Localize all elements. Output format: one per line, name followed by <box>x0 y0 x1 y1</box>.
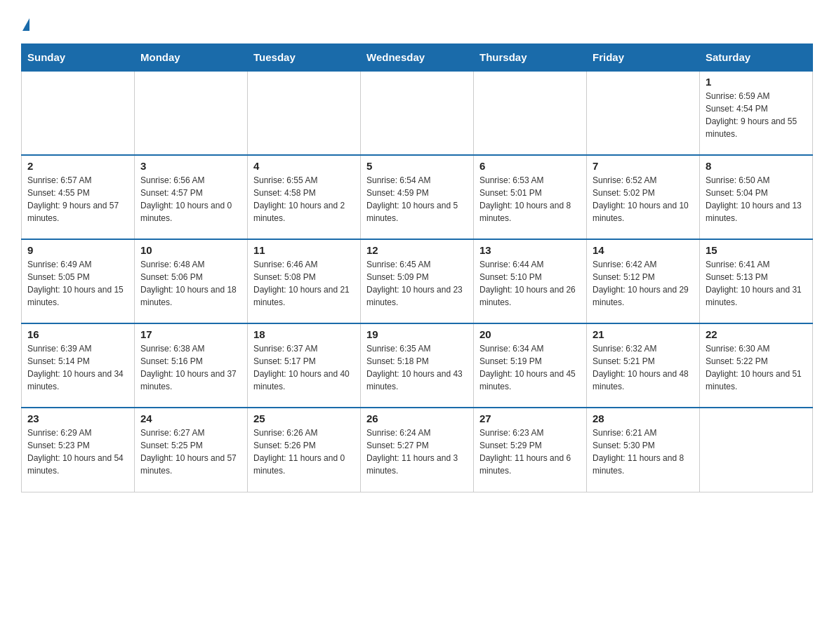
calendar-cell <box>248 71 361 155</box>
calendar-cell: 25Sunrise: 6:26 AM Sunset: 5:26 PM Dayli… <box>248 408 361 492</box>
calendar-cell: 8Sunrise: 6:50 AM Sunset: 5:04 PM Daylig… <box>700 155 813 239</box>
day-info: Sunrise: 6:30 AM Sunset: 5:22 PM Dayligh… <box>706 342 807 393</box>
day-info: Sunrise: 6:34 AM Sunset: 5:19 PM Dayligh… <box>479 342 581 393</box>
day-info: Sunrise: 6:24 AM Sunset: 5:27 PM Dayligh… <box>366 427 468 477</box>
day-number: 3 <box>140 160 241 172</box>
page-header <box>21 14 813 31</box>
day-number: 24 <box>140 412 241 424</box>
day-number: 6 <box>479 160 581 172</box>
day-info: Sunrise: 6:55 AM Sunset: 4:58 PM Dayligh… <box>253 174 355 224</box>
week-row-3: 9Sunrise: 6:49 AM Sunset: 5:05 PM Daylig… <box>22 239 813 323</box>
day-info: Sunrise: 6:23 AM Sunset: 5:29 PM Dayligh… <box>479 427 581 477</box>
calendar-cell: 6Sunrise: 6:53 AM Sunset: 5:01 PM Daylig… <box>474 155 587 239</box>
day-number: 1 <box>706 76 807 88</box>
week-row-1: 1Sunrise: 6:59 AM Sunset: 4:54 PM Daylig… <box>22 71 813 155</box>
calendar-cell <box>700 408 813 492</box>
day-info: Sunrise: 6:52 AM Sunset: 5:02 PM Dayligh… <box>593 174 694 224</box>
day-number: 11 <box>253 244 355 256</box>
calendar-cell: 17Sunrise: 6:38 AM Sunset: 5:16 PM Dayli… <box>135 323 248 408</box>
calendar-cell <box>587 71 700 155</box>
calendar-cell: 9Sunrise: 6:49 AM Sunset: 5:05 PM Daylig… <box>22 239 135 323</box>
calendar-cell: 5Sunrise: 6:54 AM Sunset: 4:59 PM Daylig… <box>361 155 474 239</box>
calendar-cell: 12Sunrise: 6:45 AM Sunset: 5:09 PM Dayli… <box>361 239 474 323</box>
day-number: 19 <box>366 328 468 340</box>
day-number: 2 <box>27 160 128 172</box>
day-info: Sunrise: 6:44 AM Sunset: 5:10 PM Dayligh… <box>479 258 581 309</box>
calendar-cell: 3Sunrise: 6:56 AM Sunset: 4:57 PM Daylig… <box>135 155 248 239</box>
day-info: Sunrise: 6:27 AM Sunset: 5:25 PM Dayligh… <box>140 427 241 477</box>
calendar-header-row: SundayMondayTuesdayWednesdayThursdayFrid… <box>22 44 813 72</box>
day-info: Sunrise: 6:42 AM Sunset: 5:12 PM Dayligh… <box>593 258 694 309</box>
day-info: Sunrise: 6:53 AM Sunset: 5:01 PM Dayligh… <box>479 174 581 224</box>
day-number: 4 <box>253 160 355 172</box>
day-number: 25 <box>253 412 355 424</box>
day-info: Sunrise: 6:45 AM Sunset: 5:09 PM Dayligh… <box>366 258 468 309</box>
column-header-tuesday: Tuesday <box>248 44 361 72</box>
column-header-sunday: Sunday <box>22 44 135 72</box>
day-number: 14 <box>593 244 694 256</box>
calendar-cell: 11Sunrise: 6:46 AM Sunset: 5:08 PM Dayli… <box>248 239 361 323</box>
day-info: Sunrise: 6:38 AM Sunset: 5:16 PM Dayligh… <box>140 342 241 393</box>
day-number: 17 <box>140 328 241 340</box>
day-info: Sunrise: 6:48 AM Sunset: 5:06 PM Dayligh… <box>140 258 241 309</box>
day-number: 26 <box>366 412 468 424</box>
calendar-cell: 14Sunrise: 6:42 AM Sunset: 5:12 PM Dayli… <box>587 239 700 323</box>
day-number: 10 <box>140 244 241 256</box>
day-number: 13 <box>479 244 581 256</box>
calendar-cell: 26Sunrise: 6:24 AM Sunset: 5:27 PM Dayli… <box>361 408 474 492</box>
week-row-4: 16Sunrise: 6:39 AM Sunset: 5:14 PM Dayli… <box>22 323 813 408</box>
week-row-5: 23Sunrise: 6:29 AM Sunset: 5:23 PM Dayli… <box>22 408 813 492</box>
column-header-thursday: Thursday <box>474 44 587 72</box>
day-info: Sunrise: 6:37 AM Sunset: 5:17 PM Dayligh… <box>253 342 355 393</box>
day-number: 16 <box>27 328 128 340</box>
week-row-2: 2Sunrise: 6:57 AM Sunset: 4:55 PM Daylig… <box>22 155 813 239</box>
calendar-cell: 22Sunrise: 6:30 AM Sunset: 5:22 PM Dayli… <box>700 323 813 408</box>
column-header-monday: Monday <box>135 44 248 72</box>
calendar-cell: 2Sunrise: 6:57 AM Sunset: 4:55 PM Daylig… <box>22 155 135 239</box>
calendar-cell: 15Sunrise: 6:41 AM Sunset: 5:13 PM Dayli… <box>700 239 813 323</box>
calendar-table: SundayMondayTuesdayWednesdayThursdayFrid… <box>21 43 813 492</box>
day-number: 20 <box>479 328 581 340</box>
calendar-cell: 19Sunrise: 6:35 AM Sunset: 5:18 PM Dayli… <box>361 323 474 408</box>
calendar-cell: 10Sunrise: 6:48 AM Sunset: 5:06 PM Dayli… <box>135 239 248 323</box>
day-info: Sunrise: 6:50 AM Sunset: 5:04 PM Dayligh… <box>706 174 807 224</box>
day-number: 12 <box>366 244 468 256</box>
day-number: 15 <box>706 244 807 256</box>
day-number: 23 <box>27 412 128 424</box>
calendar-cell: 1Sunrise: 6:59 AM Sunset: 4:54 PM Daylig… <box>700 71 813 155</box>
day-info: Sunrise: 6:29 AM Sunset: 5:23 PM Dayligh… <box>27 427 128 477</box>
calendar-cell: 7Sunrise: 6:52 AM Sunset: 5:02 PM Daylig… <box>587 155 700 239</box>
column-header-friday: Friday <box>587 44 700 72</box>
day-number: 18 <box>253 328 355 340</box>
calendar-cell: 20Sunrise: 6:34 AM Sunset: 5:19 PM Dayli… <box>474 323 587 408</box>
column-header-saturday: Saturday <box>700 44 813 72</box>
calendar-cell: 16Sunrise: 6:39 AM Sunset: 5:14 PM Dayli… <box>22 323 135 408</box>
calendar-cell: 4Sunrise: 6:55 AM Sunset: 4:58 PM Daylig… <box>248 155 361 239</box>
calendar-cell <box>135 71 248 155</box>
day-number: 5 <box>366 160 468 172</box>
logo-triangle-icon <box>22 18 29 31</box>
day-info: Sunrise: 6:21 AM Sunset: 5:30 PM Dayligh… <box>593 427 694 477</box>
day-info: Sunrise: 6:57 AM Sunset: 4:55 PM Dayligh… <box>27 174 128 224</box>
day-number: 28 <box>593 412 694 424</box>
calendar-cell: 21Sunrise: 6:32 AM Sunset: 5:21 PM Dayli… <box>587 323 700 408</box>
calendar-cell: 13Sunrise: 6:44 AM Sunset: 5:10 PM Dayli… <box>474 239 587 323</box>
day-number: 7 <box>593 160 694 172</box>
day-info: Sunrise: 6:46 AM Sunset: 5:08 PM Dayligh… <box>253 258 355 309</box>
day-info: Sunrise: 6:41 AM Sunset: 5:13 PM Dayligh… <box>706 258 807 309</box>
column-header-wednesday: Wednesday <box>361 44 474 72</box>
day-number: 8 <box>706 160 807 172</box>
calendar-cell: 23Sunrise: 6:29 AM Sunset: 5:23 PM Dayli… <box>22 408 135 492</box>
day-info: Sunrise: 6:56 AM Sunset: 4:57 PM Dayligh… <box>140 174 241 224</box>
day-number: 27 <box>479 412 581 424</box>
day-info: Sunrise: 6:35 AM Sunset: 5:18 PM Dayligh… <box>366 342 468 393</box>
calendar-cell: 24Sunrise: 6:27 AM Sunset: 5:25 PM Dayli… <box>135 408 248 492</box>
calendar-cell <box>22 71 135 155</box>
calendar-cell <box>361 71 474 155</box>
day-info: Sunrise: 6:59 AM Sunset: 4:54 PM Dayligh… <box>706 90 807 140</box>
day-number: 9 <box>27 244 128 256</box>
logo <box>21 14 29 31</box>
calendar-cell: 18Sunrise: 6:37 AM Sunset: 5:17 PM Dayli… <box>248 323 361 408</box>
day-info: Sunrise: 6:49 AM Sunset: 5:05 PM Dayligh… <box>27 258 128 309</box>
day-info: Sunrise: 6:32 AM Sunset: 5:21 PM Dayligh… <box>593 342 694 393</box>
